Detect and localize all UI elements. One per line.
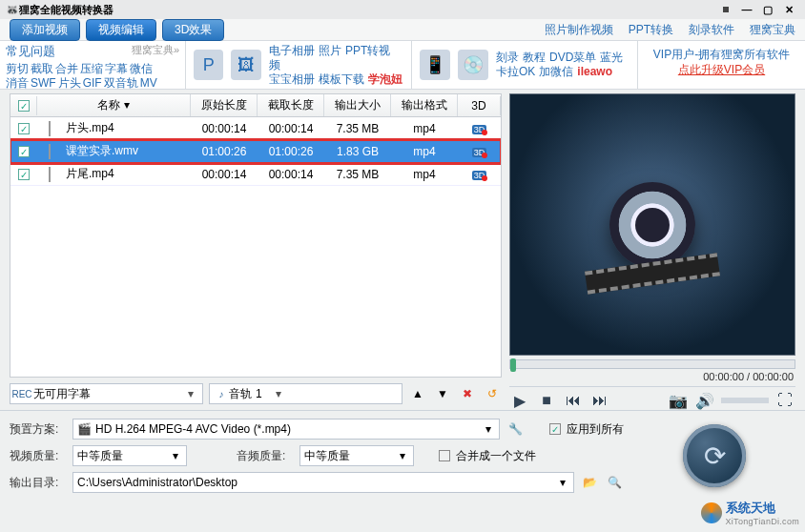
move-up-icon[interactable]: ▲ <box>408 384 427 403</box>
snapshot-icon[interactable]: 📷 <box>668 391 689 410</box>
preview-area[interactable] <box>509 93 795 356</box>
format-icon: 🎬 <box>77 422 92 436</box>
subtitle-combo[interactable]: REC 无可用字幕 ▾ <box>10 383 203 404</box>
faq-title: 常见问题 <box>6 43 55 60</box>
play-icon[interactable]: ▶ <box>509 391 530 410</box>
add-video-button[interactable]: 添加视频 <box>10 19 80 41</box>
apply-all-label: 应用到所有 <box>567 421 624 438</box>
promo-row: 常见问题 狸窝宝典» 剪切截取合并压缩字幕微信 消音SWF片头GIF双音轨MV … <box>0 40 805 90</box>
open-folder-icon[interactable]: 🔍 <box>605 473 624 492</box>
trim-duration: 00:00:14 <box>258 122 324 135</box>
chevron-down-icon[interactable]: ▾ <box>183 387 198 400</box>
watermark: 系统天地 XiTongTianDi.com <box>701 500 800 526</box>
faq-box: 常见问题 狸窝宝典» 剪切截取合并压缩字幕微信 消音SWF片头GIF双音轨MV <box>0 41 186 89</box>
col-dur2[interactable]: 截取长度 <box>258 94 324 116</box>
disc-icon: 💿 <box>458 50 488 80</box>
col-size[interactable]: 输出大小 <box>324 94 391 116</box>
prev-icon[interactable]: ⏮ <box>563 391 584 410</box>
output-size: 1.83 GB <box>324 145 391 158</box>
volume-slider[interactable] <box>721 398 769 403</box>
chevron-down-icon[interactable]: ▾ <box>396 449 409 462</box>
3d-effect-button[interactable]: 3D效果 <box>162 19 224 41</box>
preset-combo[interactable]: 🎬 HD H.264 MPEG-4 AVC Video (*.mp4) ▾ <box>72 419 500 440</box>
output-format: mp4 <box>391 145 458 158</box>
bottom-panel: 预置方案: 🎬 HD H.264 MPEG-4 AVC Video (*.mp4… <box>0 410 805 501</box>
chevron-down-icon[interactable]: ▾ <box>482 422 495 436</box>
table-row[interactable]: ✓课堂实录.wmv01:00:2601:00:261.83 GBmp43D <box>10 140 501 163</box>
col-name[interactable]: 名称 ▾ <box>37 94 191 116</box>
powerpoint-icon: P <box>194 50 223 80</box>
output-size: 7.35 MB <box>324 122 391 135</box>
chevron-down-icon[interactable]: ▾ <box>271 387 286 400</box>
promo-2: 📱 💿 刻录教程DVD菜单蓝光 卡拉OK加微信ileawo <box>412 41 638 89</box>
top-toolbar: 添加视频 视频编辑 3D效果 照片制作视频 PPT转换 刻录软件 狸窝宝典 <box>0 19 805 40</box>
col-fmt[interactable]: 输出格式 <box>391 94 458 116</box>
move-down-icon[interactable]: ▼ <box>433 384 452 403</box>
merge-checkbox[interactable] <box>439 450 450 461</box>
video-edit-button[interactable]: 视频编辑 <box>86 19 156 41</box>
col-dur[interactable]: 原始长度 <box>191 94 258 116</box>
promo-1: P 🖼 电子相册照片PPT转视频 宝宝相册模板下载学泡妞 <box>186 41 412 89</box>
toplink-1[interactable]: PPT转换 <box>629 22 673 38</box>
watermark-logo-icon <box>701 502 722 523</box>
seek-bar[interactable] <box>509 359 795 369</box>
table-row[interactable]: ✓片尾.mp400:00:1400:00:147.35 MBmp43D <box>10 163 501 186</box>
titlebar: 🦝 狸窝全能视频转换器 — ▢ ✕ <box>0 0 805 19</box>
toplink-2[interactable]: 刻录软件 <box>689 22 734 38</box>
time-display: 00:00:00 / 00:00:00 <box>509 369 795 386</box>
file-table: ✓ 名称 ▾ 原始长度 截取长度 输出大小 输出格式 3D ✓片头.mp400:… <box>10 93 502 378</box>
original-duration: 00:00:14 <box>191 122 258 135</box>
3d-badge-icon[interactable]: 3D <box>472 148 487 157</box>
settings-icon[interactable]: 🔧 <box>506 419 525 439</box>
row-checkbox[interactable]: ✓ <box>18 146 30 157</box>
maximize-icon[interactable]: ▢ <box>757 2 778 17</box>
col-check[interactable]: ✓ <box>10 96 37 115</box>
output-format: mp4 <box>391 168 458 181</box>
minimize-icon[interactable]: — <box>736 2 757 17</box>
video-quality-combo[interactable]: 中等质量 ▾ <box>72 445 187 466</box>
merge-label: 合并成一个文件 <box>456 448 536 464</box>
faq-more[interactable]: 狸窝宝典» <box>132 43 179 60</box>
col-3d[interactable]: 3D <box>458 96 501 115</box>
phone-icon: 📱 <box>420 50 450 80</box>
app-title: 狸窝全能视频转换器 <box>19 3 114 17</box>
toplink-0[interactable]: 照片制作视频 <box>545 22 613 38</box>
fullscreen-icon[interactable]: ⛶ <box>774 391 795 410</box>
stop-icon[interactable]: ■ <box>536 391 557 410</box>
row-checkbox[interactable]: ✓ <box>18 123 30 134</box>
delete-icon[interactable]: ✖ <box>458 384 477 403</box>
next-icon[interactable]: ⏭ <box>589 391 610 410</box>
table-row[interactable]: ✓片头.mp400:00:1400:00:147.35 MBmp43D <box>10 117 501 140</box>
output-path-field[interactable]: C:\Users\Administrator\Desktop ▾ <box>72 472 574 493</box>
browse-folder-icon[interactable]: 📂 <box>580 473 599 492</box>
chevron-down-icon[interactable]: ▾ <box>169 449 182 462</box>
thumbnail-icon <box>49 144 51 159</box>
apply-all-checkbox[interactable]: ✓ <box>549 423 561 435</box>
thumbnail-icon <box>49 121 51 136</box>
vip-upgrade-link[interactable]: 点此升级VIP会员 <box>642 62 801 77</box>
clear-icon[interactable]: ↺ <box>483 384 502 403</box>
convert-button[interactable]: ⟳ <box>683 424 746 487</box>
3d-badge-icon[interactable]: 3D <box>472 171 487 180</box>
trim-duration: 00:00:14 <box>258 168 324 181</box>
row-checkbox[interactable]: ✓ <box>18 169 30 180</box>
preset-label: 预置方案: <box>10 421 67 438</box>
output-format: mp4 <box>391 122 458 135</box>
table-header: ✓ 名称 ▾ 原始长度 截取长度 输出大小 输出格式 3D <box>10 94 501 117</box>
aq-label: 音频质量: <box>237 448 294 464</box>
main-area: ✓ 名称 ▾ 原始长度 截取长度 输出大小 输出格式 3D ✓片头.mp400:… <box>0 90 805 410</box>
trim-duration: 01:00:26 <box>258 145 324 158</box>
audio-quality-combo[interactable]: 中等质量 ▾ <box>299 445 414 466</box>
film-reel-icon <box>609 182 695 268</box>
menu-icon[interactable] <box>715 2 736 17</box>
toplink-3[interactable]: 狸窝宝典 <box>750 22 795 38</box>
audio-icon: ♪ <box>214 387 229 400</box>
vq-label: 视频质量: <box>10 448 67 464</box>
close-icon[interactable]: ✕ <box>778 2 799 17</box>
3d-badge-icon[interactable]: 3D <box>472 125 487 134</box>
volume-icon[interactable]: 🔊 <box>694 391 715 410</box>
audio-combo[interactable]: ♪ 音轨 1 ▾ <box>209 383 402 404</box>
chevron-down-icon[interactable]: ▾ <box>556 476 569 489</box>
player-controls: ▶ ■ ⏮ ⏭ 📷 🔊 ⛶ <box>509 386 795 410</box>
subtitle-icon: REC <box>14 387 30 400</box>
